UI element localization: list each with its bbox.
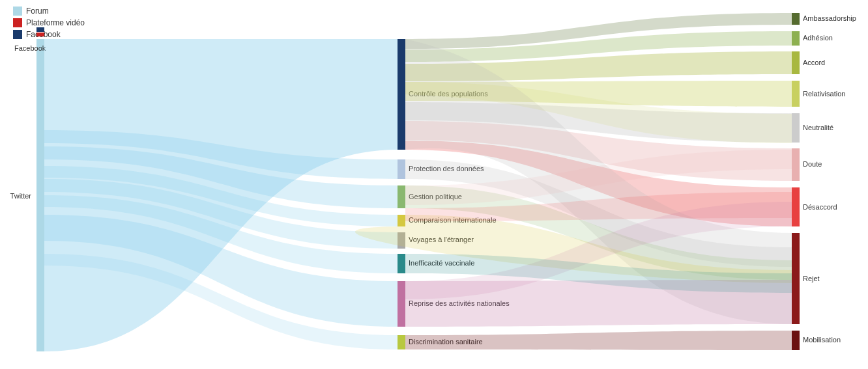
node-ambassadorship [792,13,800,25]
twitter-label: Twitter [10,192,32,200]
doute-label: Doute [803,160,822,168]
relativisation-label: Relativisation [803,90,845,98]
node-adhesion [792,31,800,46]
flow-discrimination-mobilisation [405,331,792,350]
node-protection [398,159,405,179]
sankey-chart: Forum Plateforme vidéo Facebook Twitter … [0,0,868,369]
node-doute [792,148,800,181]
ambassadorship-label: Ambassadorship [803,14,856,22]
node-comparaison [398,215,405,226]
node-accord [792,51,800,74]
node-neutralite [792,113,800,143]
node-plateforme [36,33,44,36]
node-gestion [398,185,405,208]
facebook-node-label: Facebook [14,44,46,52]
rejet-label: Rejet [803,275,820,282]
node-facebook [36,27,44,32]
accord-label: Accord [803,59,825,66]
node-reprise [398,281,405,327]
node-mobilisation [792,331,800,350]
node-desaccord [792,187,800,226]
node-rejet [792,233,800,324]
node-relativisation [792,81,800,107]
adhesion-label: Adhésion [803,34,833,42]
node-controle [398,39,405,150]
neutralite-label: Neutralité [803,124,833,131]
node-inefficacite [398,254,405,273]
sankey-flows: Twitter Facebook Contrôle des population… [0,0,868,369]
desaccord-label: Désaccord [803,203,837,211]
node-forum [36,39,44,351]
node-discrimination [398,335,405,349]
mobilisation-label: Mobilisation [803,336,841,344]
